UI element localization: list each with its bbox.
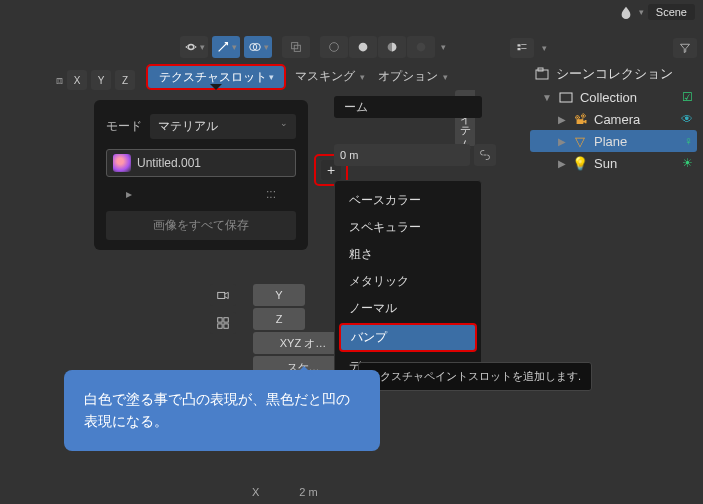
- mode-select[interactable]: マテリアル ⌄: [150, 114, 296, 139]
- svg-rect-17: [521, 48, 526, 49]
- svg-rect-20: [560, 93, 572, 102]
- rendered-shading[interactable]: [407, 36, 435, 58]
- outliner-collection[interactable]: ▼ Collection ☑: [530, 86, 697, 108]
- chevron-down-icon: ▾: [441, 42, 446, 52]
- hide-toggle[interactable]: 👁: [681, 112, 693, 126]
- link-icon[interactable]: [474, 144, 496, 166]
- svg-rect-14: [518, 44, 521, 46]
- svg-point-5: [330, 43, 339, 52]
- svg-rect-10: [218, 318, 222, 322]
- chevron-down-icon: ⌄: [280, 118, 288, 135]
- outliner-item-camera[interactable]: ▶ 📽 Camera 👁: [530, 108, 697, 130]
- mode-value: マテリアル: [158, 118, 218, 135]
- camera-icon: 📽: [572, 111, 588, 127]
- svg-rect-11: [224, 318, 228, 322]
- axis-field-y[interactable]: Y: [253, 284, 305, 306]
- ruler-value: 2 m: [299, 486, 317, 498]
- save-all-images-button[interactable]: 画像をすべて保存: [106, 211, 296, 240]
- hide-toggle[interactable]: ☀: [682, 156, 693, 170]
- outliner-label: Collection: [580, 90, 637, 105]
- scene-selector[interactable]: Scene: [648, 4, 695, 20]
- menu-item-specular[interactable]: スペキュラー: [335, 214, 481, 241]
- texture-slot-item[interactable]: Untitled.001: [106, 149, 296, 177]
- texture-thumbnail: [113, 154, 131, 172]
- ruler-axis: X: [252, 486, 259, 498]
- expand-icon[interactable]: ▸: [126, 187, 132, 201]
- texture-slot-panel: モード マテリアル ⌄ Untitled.001 ▸ ::: 画像をすべて保存: [94, 100, 308, 250]
- svg-point-6: [359, 43, 368, 52]
- mesh-icon: ▽: [572, 133, 588, 149]
- hide-toggle[interactable]: ♀: [684, 134, 693, 148]
- mode-label: モード: [106, 118, 142, 135]
- mirror-icon: ⧈: [56, 74, 63, 87]
- menu-item-basecolor[interactable]: ベースカラー: [335, 187, 481, 214]
- disclosure-icon[interactable]: ▼: [542, 92, 552, 103]
- restrict-toggle[interactable]: ☑: [682, 90, 693, 104]
- axis-field-z[interactable]: Z: [253, 308, 305, 330]
- mirror-x[interactable]: X: [67, 70, 87, 90]
- context-menu-header-suffix: ーム: [334, 96, 482, 118]
- slot-type-menu: ベースカラー スペキュラー 粗さ メタリック ノーマル バンプ ディ: [334, 180, 482, 387]
- overlay-dropdown[interactable]: ▾: [244, 36, 272, 58]
- annotation-callout: 白色で塗る事で凸の表現が、黒色だと凹の表現になる。: [64, 370, 380, 451]
- visibility-dropdown[interactable]: ▾: [180, 36, 208, 58]
- menu-item-normal[interactable]: ノーマル: [335, 295, 481, 322]
- xray-toggle[interactable]: [282, 36, 310, 58]
- disclosure-icon[interactable]: ▶: [558, 114, 566, 125]
- options-dropdown[interactable]: オプション ▾: [378, 68, 448, 85]
- svg-rect-15: [521, 44, 526, 45]
- light-icon: 💡: [572, 155, 588, 171]
- outliner-display-mode[interactable]: [510, 38, 534, 58]
- matprev-shading[interactable]: [378, 36, 406, 58]
- collection-icon: [558, 89, 574, 105]
- ink-drop-icon: [619, 5, 633, 19]
- svg-rect-9: [218, 292, 225, 298]
- wireframe-shading[interactable]: [320, 36, 348, 58]
- mirror-y[interactable]: Y: [91, 70, 111, 90]
- svg-rect-12: [218, 324, 222, 328]
- svg-rect-13: [224, 324, 228, 328]
- menu-item-metallic[interactable]: メタリック: [335, 268, 481, 295]
- outliner-item-sun[interactable]: ▶ 💡 Sun ☀: [530, 152, 697, 174]
- mirror-z[interactable]: Z: [115, 70, 135, 90]
- grid-icon[interactable]: [210, 312, 236, 334]
- drag-handle-icon[interactable]: :::: [266, 187, 276, 201]
- outliner-scene-collection[interactable]: シーンコレクション: [530, 62, 697, 86]
- texture-slot-label: テクスチャスロット: [159, 69, 267, 86]
- outliner-label: Camera: [594, 112, 640, 127]
- dimension-field[interactable]: 0 m: [334, 144, 470, 166]
- camera-view-icon[interactable]: [210, 284, 236, 306]
- disclosure-icon[interactable]: ▶: [558, 136, 566, 147]
- outliner-item-plane[interactable]: ▶ ▽ Plane ♀: [530, 130, 697, 152]
- outliner-filter[interactable]: [673, 38, 697, 58]
- svg-point-8: [417, 43, 426, 52]
- texture-slot-dropdown[interactable]: テクスチャスロット ▾: [146, 64, 286, 90]
- outliner-tree: シーンコレクション ▼ Collection ☑ ▶ 📽 Camera 👁 ▨ …: [530, 62, 697, 174]
- outliner-label: Sun: [594, 156, 617, 171]
- menu-item-roughness[interactable]: 粗さ: [335, 241, 481, 268]
- chevron-down-icon: ▾: [542, 43, 547, 53]
- collection-icon: [534, 66, 550, 82]
- solid-shading[interactable]: [349, 36, 377, 58]
- outliner-label: Plane: [594, 134, 627, 149]
- viewport-toolbar: ▾ ▾ ▾ ▾: [180, 36, 446, 58]
- outliner-label: シーンコレクション: [556, 65, 673, 83]
- svg-rect-16: [518, 48, 521, 50]
- menu-item-bump[interactable]: バンプ: [339, 323, 477, 352]
- gizmo-dropdown[interactable]: ▾: [212, 36, 240, 58]
- chevron-down-icon: ▾: [269, 72, 274, 82]
- disclosure-icon[interactable]: ▶: [558, 158, 566, 169]
- tooltip: テクスチャペイントスロットを追加します.: [358, 362, 592, 391]
- texture-name: Untitled.001: [137, 156, 201, 170]
- masking-dropdown[interactable]: マスキング ▾: [295, 68, 365, 85]
- chevron-down-icon: ▾: [639, 7, 644, 17]
